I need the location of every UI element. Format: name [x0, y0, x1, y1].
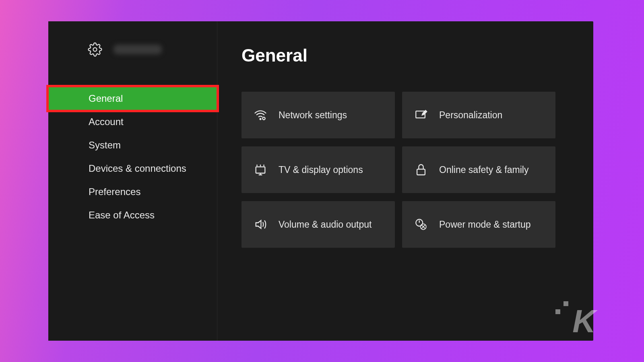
- sidebar-item-system[interactable]: System: [48, 134, 217, 157]
- tile-label: TV & display options: [279, 165, 363, 175]
- sidebar-item-ease-of-access[interactable]: Ease of Access: [48, 204, 217, 227]
- volume-icon: [254, 218, 267, 231]
- power-icon: [414, 218, 428, 231]
- sidebar: General Account System Devices & connect…: [48, 21, 217, 341]
- tile-label: Online safety & family: [439, 165, 528, 175]
- display-icon: [254, 163, 267, 177]
- tile-power-mode-startup[interactable]: Power mode & startup: [402, 201, 555, 248]
- page-title: General: [242, 45, 569, 66]
- sidebar-header: [48, 42, 217, 57]
- tile-personalization[interactable]: Personalization: [402, 92, 555, 138]
- sidebar-item-devices[interactable]: Devices & connections: [48, 157, 217, 180]
- sidebar-item-general[interactable]: General: [48, 87, 217, 110]
- gear-icon: [88, 42, 102, 57]
- sidebar-item-account[interactable]: Account: [48, 110, 217, 134]
- tile-label: Network settings: [279, 110, 347, 121]
- sidebar-item-label: Ease of Access: [89, 210, 155, 221]
- svg-rect-5: [417, 169, 425, 175]
- lock-icon: [414, 163, 428, 177]
- tile-volume-audio-output[interactable]: Volume & audio output: [242, 201, 395, 248]
- svg-point-0: [93, 48, 97, 51]
- sidebar-item-label: Account: [89, 116, 124, 128]
- tile-label: Power mode & startup: [439, 219, 531, 230]
- sidebar-item-label: System: [89, 140, 121, 151]
- tile-online-safety-family[interactable]: Online safety & family: [402, 146, 555, 193]
- sidebar-item-label: General: [89, 93, 123, 104]
- settings-window: General Account System Devices & connect…: [48, 21, 593, 341]
- tile-label: Volume & audio output: [279, 219, 372, 230]
- svg-point-2: [262, 117, 265, 119]
- svg-point-1: [260, 119, 261, 120]
- tile-tv-display-options[interactable]: TV & display options: [242, 146, 395, 193]
- username-blurred: [114, 45, 162, 54]
- sidebar-item-label: Devices & connections: [89, 163, 186, 174]
- tile-network-settings[interactable]: Network settings: [242, 92, 395, 138]
- network-icon: [254, 108, 267, 122]
- sidebar-item-label: Preferences: [89, 186, 140, 197]
- main-content: General Network settings: [217, 21, 593, 341]
- tile-label: Personalization: [439, 110, 502, 121]
- sidebar-item-preferences[interactable]: Preferences: [48, 180, 217, 204]
- svg-rect-4: [256, 167, 265, 173]
- personalization-icon: [414, 108, 428, 122]
- tiles-grid: Network settings Personalization: [242, 92, 555, 248]
